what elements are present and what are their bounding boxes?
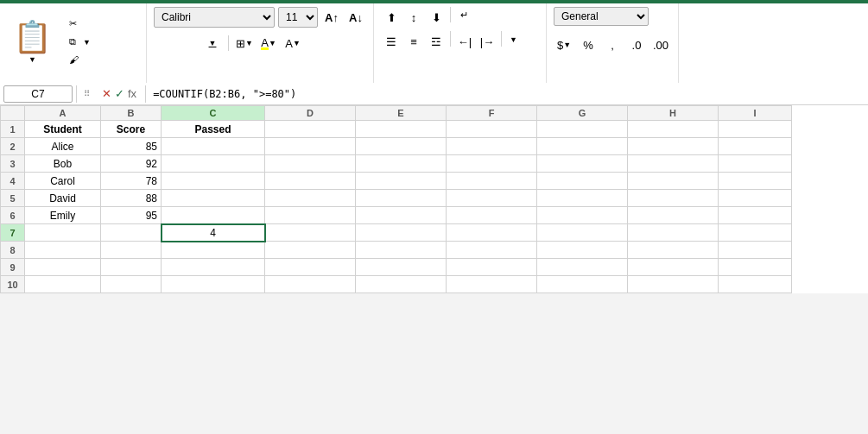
cell[interactable] (265, 190, 356, 207)
bold-button[interactable] (154, 33, 174, 53)
cell[interactable] (537, 121, 628, 138)
comma-button[interactable]: , (602, 35, 623, 55)
align-top-button[interactable]: ⬆ (381, 7, 402, 28)
cell[interactable] (537, 276, 628, 293)
cell[interactable] (25, 276, 101, 293)
cell[interactable] (537, 155, 628, 173)
increase-indent-button[interactable]: |→ (477, 31, 497, 52)
fill-color-button[interactable]: A ▼ (258, 33, 279, 53)
decrease-font-button[interactable]: A↓ (345, 7, 366, 28)
align-right-button[interactable]: ☲ (426, 31, 447, 52)
cell[interactable] (356, 207, 447, 224)
cell[interactable] (162, 173, 265, 190)
confirm-formula-icon[interactable]: ✓ (115, 87, 124, 100)
increase-decimal-button[interactable]: .00 (650, 35, 671, 55)
cell[interactable] (537, 138, 628, 155)
cell[interactable] (101, 224, 162, 242)
cell[interactable] (719, 207, 792, 224)
cell[interactable] (628, 190, 719, 207)
name-box[interactable] (3, 85, 73, 103)
align-center-button[interactable]: ≡ (403, 31, 424, 52)
row-header-8[interactable]: 8 (1, 242, 25, 259)
cell[interactable] (628, 138, 719, 155)
cell[interactable] (628, 121, 719, 138)
cell[interactable]: 4 (162, 224, 265, 242)
col-header-E[interactable]: E (356, 106, 447, 121)
cell[interactable] (265, 155, 356, 173)
cell[interactable] (265, 259, 356, 276)
cell[interactable] (447, 138, 537, 155)
cell[interactable] (537, 259, 628, 276)
cell[interactable] (356, 190, 447, 207)
cell[interactable] (356, 224, 447, 242)
cell[interactable] (265, 242, 356, 259)
cell[interactable]: 92 (101, 155, 162, 173)
accounting-button[interactable]: $▼ (554, 35, 574, 55)
cell[interactable] (162, 190, 265, 207)
cell[interactable]: 78 (101, 173, 162, 190)
cell[interactable] (628, 173, 719, 190)
cell[interactable] (719, 155, 792, 173)
cell[interactable] (356, 121, 447, 138)
cell[interactable] (719, 138, 792, 155)
underline-button[interactable]: ▼ (202, 33, 223, 53)
cell[interactable] (25, 224, 101, 242)
cell[interactable]: Student (25, 121, 101, 138)
fx-icon[interactable]: fx (128, 87, 136, 100)
cell[interactable] (537, 173, 628, 190)
cell[interactable] (162, 259, 265, 276)
cell[interactable] (719, 242, 792, 259)
cell[interactable] (537, 242, 628, 259)
cell[interactable] (356, 155, 447, 173)
paste-dropdown-icon[interactable]: ▼ (29, 55, 36, 64)
cell[interactable] (628, 155, 719, 173)
col-header-I[interactable]: I (719, 106, 792, 121)
cell[interactable] (162, 155, 265, 173)
cell[interactable] (265, 224, 356, 242)
cell[interactable] (447, 242, 537, 259)
cell[interactable] (719, 121, 792, 138)
col-header-B[interactable]: B (101, 106, 162, 121)
cell[interactable] (719, 276, 792, 293)
row-header-6[interactable]: 6 (1, 207, 25, 224)
cell[interactable] (162, 242, 265, 259)
cell[interactable]: David (25, 190, 101, 207)
drag-handle[interactable]: ⠿ (80, 89, 93, 98)
cell[interactable] (628, 224, 719, 242)
cell[interactable] (25, 259, 101, 276)
cell[interactable]: Alice (25, 138, 101, 155)
cell[interactable] (265, 173, 356, 190)
cell[interactable] (537, 224, 628, 242)
cell[interactable]: 85 (101, 138, 162, 155)
align-middle-button[interactable]: ↕ (403, 7, 424, 28)
col-header-G[interactable]: G (537, 106, 628, 121)
format-painter-button[interactable]: 🖌 (65, 52, 95, 67)
cell[interactable] (719, 173, 792, 190)
wrap-text-button[interactable]: ↵ (454, 7, 474, 28)
cell[interactable] (719, 224, 792, 242)
cell[interactable] (447, 207, 537, 224)
cell[interactable] (447, 173, 537, 190)
cell[interactable]: Score (101, 121, 162, 138)
cell[interactable] (447, 276, 537, 293)
font-size-select[interactable]: 11 (278, 7, 318, 28)
cell[interactable] (356, 276, 447, 293)
merge-center-button[interactable]: ▼ (505, 31, 522, 52)
number-format-select[interactable]: General (554, 7, 649, 26)
cell[interactable] (719, 190, 792, 207)
row-header-3[interactable]: 3 (1, 155, 25, 173)
paste-button[interactable]: 📋 ▼ (5, 15, 60, 68)
cell[interactable] (447, 190, 537, 207)
col-header-D[interactable]: D (265, 106, 356, 121)
cell[interactable]: Emily (25, 207, 101, 224)
cell[interactable] (265, 138, 356, 155)
decrease-decimal-button[interactable]: .0 (626, 35, 647, 55)
copy-button[interactable]: ⧉ ▼ (65, 34, 95, 50)
cell[interactable] (265, 207, 356, 224)
col-header-C[interactable]: C (162, 106, 265, 121)
row-header-10[interactable]: 10 (1, 276, 25, 293)
cell[interactable] (447, 224, 537, 242)
col-header-F[interactable]: F (447, 106, 537, 121)
cell[interactable] (101, 259, 162, 276)
cell[interactable] (537, 207, 628, 224)
